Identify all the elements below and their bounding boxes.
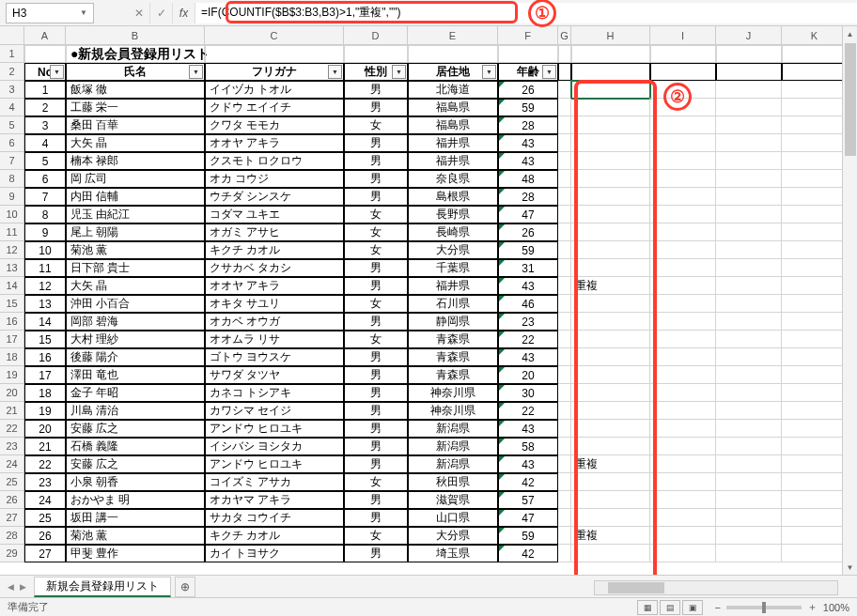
empty-cell[interactable] — [782, 455, 848, 473]
empty-cell[interactable] — [558, 438, 571, 455]
cell-h[interactable] — [571, 116, 650, 134]
col-sex-header[interactable]: 性別▼ — [344, 63, 408, 81]
cell-age[interactable]: 46 — [498, 295, 558, 313]
spreadsheet-grid[interactable]: 1●新規会員登録用リスト2No▼氏名▼フリガナ▼性別▼居住地▼年齢▼31飯塚 徹… — [0, 45, 857, 562]
cell-pref[interactable]: 静岡県 — [408, 313, 498, 331]
cell-name[interactable]: 岡部 碧海 — [66, 313, 205, 331]
row-header[interactable]: 14 — [0, 277, 24, 295]
empty-cell[interactable] — [716, 63, 782, 81]
cell-age[interactable]: 43 — [498, 420, 558, 438]
empty-cell[interactable] — [716, 491, 782, 509]
empty-cell[interactable] — [782, 45, 848, 63]
cell-name[interactable]: 菊池 薫 — [66, 241, 205, 259]
empty-cell[interactable] — [558, 473, 571, 491]
cell-sex[interactable]: 男 — [344, 277, 408, 295]
empty-cell[interactable] — [716, 527, 782, 545]
empty-cell[interactable] — [782, 170, 848, 188]
row-header[interactable]: 26 — [0, 491, 24, 509]
cell-no[interactable]: 17 — [24, 366, 66, 384]
cell-h[interactable] — [571, 491, 650, 509]
cell-kana[interactable]: オカベ オウガ — [205, 313, 344, 331]
empty-cell[interactable] — [650, 420, 716, 438]
formula-bar[interactable]: =IF(COUNTIF($B$3:B3,B3)>1,"重複","") — [195, 3, 857, 23]
cell-h[interactable] — [571, 313, 650, 331]
cell-kana[interactable]: クドウ エイイチ — [205, 99, 344, 116]
cell-no[interactable]: 27 — [24, 545, 66, 562]
cell-age[interactable]: 26 — [498, 81, 558, 99]
cell-h[interactable] — [571, 331, 650, 348]
cell-pref[interactable]: 秋田県 — [408, 473, 498, 491]
cell-h[interactable] — [571, 420, 650, 438]
col-age-header[interactable]: 年齢▼ — [498, 63, 558, 81]
cell-pref[interactable]: 山口県 — [408, 509, 498, 527]
cell-age[interactable]: 47 — [498, 509, 558, 527]
cell-age[interactable]: 22 — [498, 402, 558, 420]
cell-sex[interactable]: 男 — [344, 402, 408, 420]
empty-cell[interactable] — [716, 402, 782, 420]
empty-cell[interactable] — [782, 116, 848, 134]
cell-pref[interactable]: 埼玉県 — [408, 545, 498, 562]
cell-h[interactable] — [571, 134, 650, 152]
row-header[interactable]: 1 — [0, 45, 24, 63]
zoom-in-button[interactable]: ＋ — [807, 600, 818, 614]
cell-no[interactable]: 3 — [24, 116, 66, 134]
cell-no[interactable]: 23 — [24, 473, 66, 491]
cell-age[interactable]: 43 — [498, 134, 558, 152]
empty-cell[interactable] — [558, 295, 571, 313]
row-header[interactable]: 17 — [0, 331, 24, 348]
empty-cell[interactable] — [650, 241, 716, 259]
cell-pref[interactable]: 大分県 — [408, 241, 498, 259]
empty-cell[interactable] — [716, 259, 782, 277]
cell-kana[interactable]: サワダ タツヤ — [205, 366, 344, 384]
empty-cell[interactable] — [782, 348, 848, 366]
empty-cell[interactable] — [716, 455, 782, 473]
empty-cell[interactable] — [558, 313, 571, 331]
cell-no[interactable]: 20 — [24, 420, 66, 438]
empty-cell[interactable] — [782, 527, 848, 545]
cell-kana[interactable]: アンドウ ヒロユキ — [205, 420, 344, 438]
scrollbar-thumb[interactable] — [845, 43, 856, 156]
cell-sex[interactable]: 男 — [344, 152, 408, 170]
cell-h[interactable] — [571, 99, 650, 116]
empty-cell[interactable] — [716, 438, 782, 455]
cell-kana[interactable]: オカヤマ アキラ — [205, 491, 344, 509]
cell-sex[interactable]: 男 — [344, 348, 408, 366]
cell-no[interactable]: 26 — [24, 527, 66, 545]
empty-cell[interactable] — [650, 473, 716, 491]
empty-cell[interactable] — [716, 295, 782, 313]
cell-kana[interactable]: イシバシ ヨシタカ — [205, 438, 344, 455]
cell-pref[interactable]: 石川県 — [408, 295, 498, 313]
row-header[interactable]: 25 — [0, 473, 24, 491]
cell-name[interactable]: 桑田 百華 — [66, 116, 205, 134]
cell-name[interactable]: 菊池 薫 — [66, 527, 205, 545]
cell-name[interactable]: 甲斐 豊作 — [66, 545, 205, 562]
empty-cell[interactable] — [650, 170, 716, 188]
sheet-nav-prev-icon[interactable]: ◀ — [8, 582, 14, 592]
col-header-K[interactable]: K — [782, 26, 848, 44]
cell-age[interactable]: 22 — [498, 331, 558, 348]
empty-cell[interactable] — [558, 81, 571, 99]
empty-cell[interactable] — [498, 45, 558, 63]
empty-cell[interactable] — [782, 188, 848, 206]
cell-pref[interactable]: 新潟県 — [408, 455, 498, 473]
col-header-B[interactable]: B — [66, 26, 205, 44]
empty-cell[interactable] — [408, 45, 498, 63]
filter-dropdown-icon[interactable]: ▼ — [482, 65, 496, 79]
view-pagelayout-button[interactable]: ▤ — [660, 600, 680, 615]
cell-kana[interactable]: カワシマ セイジ — [205, 402, 344, 420]
empty-cell[interactable] — [716, 313, 782, 331]
cell-h[interactable]: 重複 — [571, 527, 650, 545]
cell-kana[interactable]: サカタ コウイチ — [205, 509, 344, 527]
cell-age[interactable]: 57 — [498, 491, 558, 509]
cell-name[interactable]: 小泉 朝香 — [66, 473, 205, 491]
cell-name[interactable]: おかやま 明 — [66, 491, 205, 509]
col-kana-header[interactable]: フリガナ▼ — [205, 63, 344, 81]
row-header[interactable]: 23 — [0, 438, 24, 455]
cell-no[interactable]: 8 — [24, 206, 66, 223]
cell-pref[interactable]: 神奈川県 — [408, 384, 498, 402]
cell-h[interactable] — [571, 402, 650, 420]
cell-pref[interactable]: 青森県 — [408, 348, 498, 366]
cell-age[interactable]: 43 — [498, 348, 558, 366]
empty-cell[interactable] — [558, 527, 571, 545]
cell-sex[interactable]: 男 — [344, 259, 408, 277]
